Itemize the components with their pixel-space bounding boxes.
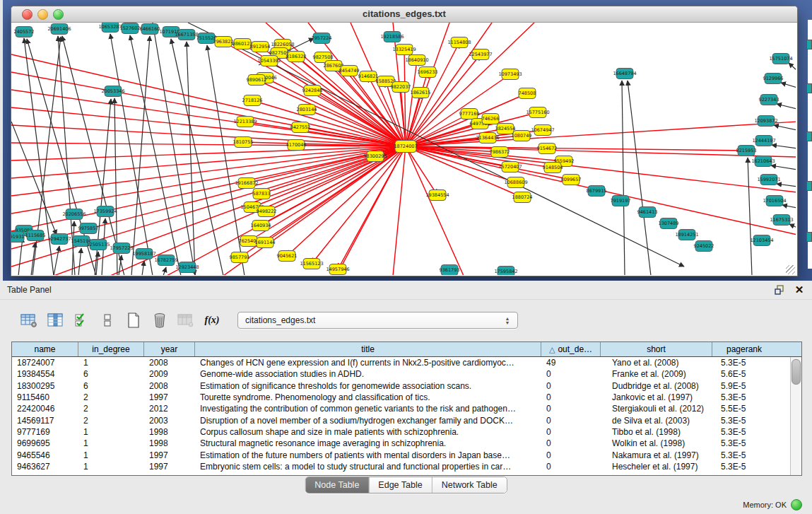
table-cell[interactable]: Tibbo et al. (1998) [601, 427, 712, 437]
graph-node[interactable]: 1880724 [512, 192, 533, 203]
graph-node[interactable]: 9227343 [759, 95, 779, 105]
table-cell[interactable]: 18300295 [12, 381, 78, 391]
graph-node[interactable]: 1080749 [512, 131, 532, 141]
graph-node[interactable]: 1640934 [251, 221, 271, 231]
table-cell[interactable]: 5.3E-5 [712, 427, 776, 437]
table-cell[interactable]: 0 [541, 381, 601, 391]
table-cell[interactable]: 1 [78, 358, 144, 368]
graph-node[interactable]: 11675313 [770, 215, 793, 226]
graph-node[interactable]: 20053346 [101, 86, 124, 97]
graph-node[interactable]: 19166872 [235, 178, 258, 189]
table-cell[interactable]: 1997 [144, 462, 195, 472]
table-cell[interactable]: 2 [78, 416, 144, 426]
table-row[interactable]: 1938455462009Genome-wide association stu… [12, 368, 801, 380]
graph-node[interactable]: 20691406 [47, 24, 71, 35]
graph-node[interactable]: 12103454 [750, 235, 773, 246]
window-resize-grip[interactable] [786, 265, 795, 274]
table-cell[interactable]: 1 [78, 462, 144, 472]
tab-node-table[interactable]: Node Table [305, 477, 368, 493]
graph-node[interactable]: 746266 [482, 114, 500, 124]
table-cell[interactable]: 9465546 [12, 450, 78, 460]
table-cell[interactable]: Embryonic stem cells: a model to study s… [195, 462, 541, 472]
table-cell[interactable]: 5.3E-5 [712, 462, 776, 472]
graph-node[interactable]: 10543392 [257, 56, 281, 66]
graph-node[interactable]: 7919197 [611, 196, 631, 206]
graph-node[interactable]: 9975857 [78, 223, 99, 234]
graph-node[interactable]: 19958187 [132, 249, 155, 259]
column-header-in_degree[interactable]: in_degree [78, 342, 144, 356]
graph-node[interactable]: 9498222 [257, 206, 277, 217]
table-row[interactable]: 1830029562008Estimation of significance … [12, 380, 801, 392]
delete-table-disabled-icon[interactable] [177, 312, 195, 329]
network-view-window[interactable]: citations_edges.txt 24055722069140610653… [11, 6, 798, 276]
table-cell[interactable]: 0 [541, 462, 601, 472]
table-row[interactable]: 2242004622012Investigating the contribut… [12, 403, 801, 414]
table-row[interactable]: 977716911998Corpus callosum shape and si… [12, 426, 801, 438]
tab-edge-table[interactable]: Edge Table [368, 477, 431, 493]
graph-node[interactable]: 19218586 [380, 32, 404, 42]
table-cell[interactable]: Franke et al. (2009) [601, 369, 712, 379]
table-cell[interactable]: 1 [78, 438, 144, 448]
table-cell[interactable]: 49 [541, 358, 601, 368]
graph-node[interactable]: 9777169 [459, 109, 480, 119]
graph-node[interactable]: 9461413 [637, 207, 658, 218]
graph-node[interactable]: 587833 [253, 189, 271, 199]
table-cell[interactable]: 5.3E-5 [712, 416, 776, 426]
table-row[interactable]: 946554611997Estimation of the future num… [12, 449, 801, 460]
table-scrollbar-thumb[interactable] [792, 359, 801, 385]
graph-node[interactable]: 16648794 [613, 69, 636, 79]
graph-node[interactable]: 9361793 [440, 265, 460, 276]
table-cell[interactable]: 2008 [144, 358, 195, 368]
graph-node[interactable]: 14957946 [326, 264, 349, 275]
column-header-year[interactable]: year [144, 342, 195, 356]
table-cell[interactable]: Genome-wide association studies in ADHD. [195, 369, 541, 379]
table-cell[interactable]: 14569117 [12, 416, 78, 426]
table-cell[interactable]: 0 [541, 438, 601, 448]
delete-rows-icon[interactable] [151, 312, 169, 329]
graph-node[interactable]: 7986372 [490, 147, 510, 158]
table-cell[interactable]: 0 [541, 427, 601, 437]
graph-node[interactable]: 7963822 [213, 37, 234, 47]
graph-node[interactable]: 8679915 [587, 186, 607, 197]
graph-node[interactable]: 2803144 [297, 105, 317, 115]
graph-node[interactable]: 10973493 [498, 69, 522, 80]
table-cell[interactable]: 2009 [144, 369, 195, 379]
table-cell[interactable]: Jankovic et al. (1997) [601, 392, 712, 402]
table-cell[interactable]: 1997 [144, 450, 195, 460]
graph-node[interactable]: 9822037 [391, 82, 411, 93]
graph-node[interactable]: 10688609 [504, 177, 527, 188]
graph-node[interactable]: 8454749 [339, 66, 360, 76]
table-cell[interactable]: Changes of HCN gene expression and I(f) … [195, 358, 541, 368]
table-cell[interactable]: 1997 [144, 392, 195, 402]
table-cell[interactable]: 2008 [144, 381, 195, 391]
table-row[interactable]: 911546021997Tourette syndrome. Phenomeno… [12, 392, 801, 403]
table-cell[interactable]: 5.3E-5 [712, 450, 776, 460]
table-cell[interactable]: 2 [78, 392, 144, 402]
graph-node[interactable]: 15992071 [757, 175, 780, 185]
graph-node[interactable]: 12505135 [86, 240, 110, 250]
table-cell[interactable]: 19384554 [12, 369, 78, 379]
window-titlebar[interactable]: citations_edges.txt [11, 6, 797, 23]
table-cell[interactable]: 5.6E-5 [712, 369, 776, 379]
graph-node[interactable]: 15751074 [769, 54, 792, 64]
graph-node[interactable]: 16210643 [751, 156, 775, 167]
graph-node[interactable]: 9129966 [763, 74, 784, 84]
graph-node[interactable]: 17957223 [110, 243, 133, 254]
table-cell[interactable]: 9699695 [12, 438, 78, 448]
graph-node[interactable]: 1810755 [233, 137, 254, 148]
graph-node[interactable]: 2405572 [14, 27, 35, 37]
graph-node[interactable]: 9154672 [537, 144, 558, 154]
table-row[interactable]: 1872400712008Changes of HCN gene express… [12, 357, 801, 368]
graph-node[interactable]: 17016504 [763, 196, 786, 206]
graph-node[interactable]: 1527602 [120, 23, 141, 34]
column-header-pagerank[interactable]: pagerank [712, 342, 776, 356]
graph-node[interactable]: 7957224 [312, 33, 332, 44]
graph-node[interactable]: 1115685 [25, 230, 46, 241]
close-panel-icon[interactable]: ✕ [794, 284, 805, 296]
graph-hub-node[interactable]: 18724007 [394, 141, 417, 153]
table-cell[interactable]: Disruption of a novel member of a sodium… [195, 416, 541, 426]
table-cell[interactable]: Estimation of the future numbers of pati… [195, 450, 541, 460]
table-cell[interactable]: 9115460 [12, 392, 78, 402]
column-header-title[interactable]: title [195, 342, 541, 356]
show-columns-icon[interactable] [46, 312, 64, 329]
